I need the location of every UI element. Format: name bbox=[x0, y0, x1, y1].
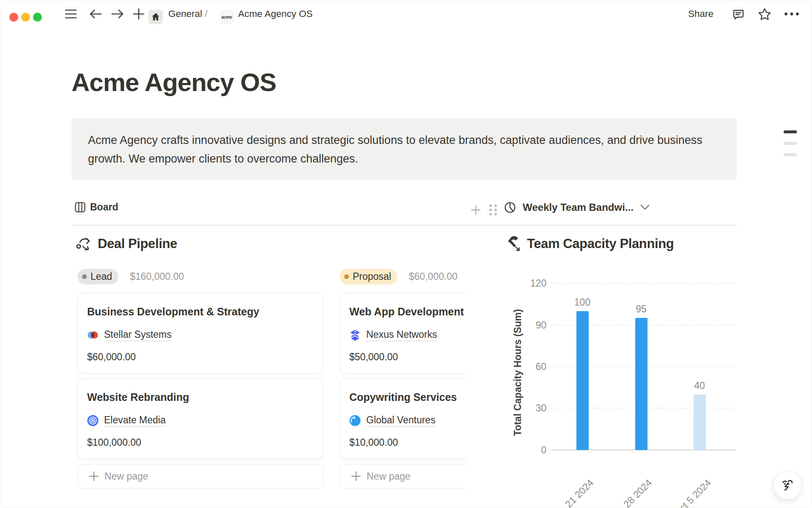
comments-icon[interactable] bbox=[730, 0, 747, 28]
card-title: Web App Development bbox=[349, 305, 466, 318]
bar-value-label: 95 bbox=[636, 304, 647, 315]
new-page-button[interactable]: New page bbox=[77, 464, 324, 489]
y-tick: 60 bbox=[512, 361, 546, 373]
notion-ai-button[interactable] bbox=[773, 471, 802, 500]
client-link[interactable]: Stellar Systems bbox=[104, 329, 172, 341]
toc-bar bbox=[784, 153, 797, 156]
status-label: Proposal bbox=[353, 271, 391, 282]
client-link[interactable]: Nexus Networks bbox=[366, 329, 437, 341]
plus-icon bbox=[351, 471, 361, 481]
back-icon[interactable] bbox=[88, 0, 103, 28]
new-page-button[interactable]: New page bbox=[340, 464, 466, 489]
board-card[interactable]: Web App Development Nexus Networks $50,0… bbox=[340, 293, 466, 373]
card-title: Business Development & Strategy bbox=[87, 305, 314, 318]
callout-block[interactable]: Acme Agency crafts innovative designs an… bbox=[71, 118, 737, 180]
deal-pipeline-title: Deal Pipeline bbox=[98, 236, 177, 251]
board-tab-label: Board bbox=[90, 202, 118, 213]
status-badge-proposal[interactable]: Proposal bbox=[340, 269, 398, 284]
gridline bbox=[551, 283, 736, 284]
new-page-icon[interactable] bbox=[131, 0, 146, 28]
card-amount: $60,000.00 bbox=[87, 351, 314, 363]
fullscreen-button[interactable] bbox=[33, 13, 42, 22]
deal-pipeline-board: Board Deal Pipeline Lead $ bbox=[71, 197, 466, 508]
client-link[interactable]: Global Ventures bbox=[366, 414, 436, 427]
card-title: Website Rebranding bbox=[87, 391, 314, 403]
y-tick: 90 bbox=[512, 319, 546, 331]
column-sum: $60,000.00 bbox=[409, 271, 458, 282]
status-badge-lead[interactable]: Lead bbox=[77, 269, 118, 284]
x-tick: 28 2024 bbox=[587, 477, 655, 508]
board-column-lead: Lead $160,000.00 Business Development & … bbox=[77, 268, 324, 489]
add-block-icon[interactable] bbox=[471, 205, 481, 215]
y-tick: 30 bbox=[512, 402, 546, 414]
toc-bar bbox=[784, 142, 797, 145]
status-dot bbox=[344, 274, 349, 279]
board-column-proposal: Proposal $60,000.00 Web App Development bbox=[340, 268, 466, 489]
tab-board-view[interactable]: Board bbox=[75, 202, 118, 213]
column-sum: $160,000.00 bbox=[130, 271, 184, 282]
x-tick: 21 2024 bbox=[528, 477, 596, 508]
bar-sep-21[interactable] bbox=[576, 311, 589, 450]
chart-view-title: Weekly Team Bandwi... bbox=[523, 202, 634, 213]
sidebar-toggle-icon[interactable] bbox=[63, 0, 78, 28]
minimize-button[interactable] bbox=[21, 13, 30, 22]
share-button[interactable]: Share bbox=[688, 0, 713, 28]
x-tick: Oct 5 2024 bbox=[646, 477, 714, 508]
titlebar: General / acme Acme Agency OS Share bbox=[0, 0, 812, 28]
toc-bar bbox=[784, 130, 797, 133]
pipeline-icon bbox=[76, 235, 92, 252]
breadcrumb-home-icon[interactable] bbox=[148, 10, 163, 24]
drag-handle-icon[interactable] bbox=[488, 203, 499, 217]
breadcrumb-root-link[interactable]: General bbox=[168, 8, 202, 19]
card-amount: $100,000.00 bbox=[87, 437, 314, 448]
bar-value-label: 40 bbox=[694, 380, 705, 392]
close-button[interactable] bbox=[9, 13, 18, 22]
board-card[interactable]: Website Rebranding Elevate Media $100,00… bbox=[77, 378, 324, 459]
new-page-label: New page bbox=[104, 471, 148, 482]
bar-group: 40 bbox=[683, 380, 716, 450]
status-dot bbox=[82, 274, 87, 279]
y-tick: 120 bbox=[512, 277, 546, 289]
card-amount: $10,000.00 bbox=[349, 437, 466, 448]
notion-window: General / acme Acme Agency OS Share Acme… bbox=[0, 0, 812, 508]
board-card[interactable]: Copywriting Services Global Ventures $10… bbox=[340, 378, 466, 459]
nexus-networks-logo bbox=[349, 329, 361, 341]
chart-view-selector[interactable]: Weekly Team Bandwi... bbox=[504, 202, 650, 213]
breadcrumb: General / bbox=[168, 0, 208, 28]
hammer-icon bbox=[506, 235, 521, 252]
elevate-media-logo bbox=[87, 415, 99, 426]
status-label: Lead bbox=[91, 271, 112, 282]
global-ventures-logo bbox=[349, 415, 361, 426]
breadcrumb-page-link[interactable]: Acme Agency OS bbox=[238, 0, 313, 28]
board-card[interactable]: Business Development & Strategy Stellar … bbox=[77, 293, 324, 373]
team-capacity-heading: Team Capacity Planning bbox=[506, 235, 674, 252]
callout-text: Acme Agency crafts innovative designs an… bbox=[88, 134, 702, 165]
card-title: Copywriting Services bbox=[349, 391, 466, 403]
table-of-contents-indicator[interactable] bbox=[784, 130, 797, 156]
favorite-star-icon[interactable] bbox=[756, 0, 773, 28]
team-capacity-title: Team Capacity Planning bbox=[527, 236, 674, 251]
client-link[interactable]: Elevate Media bbox=[104, 414, 166, 427]
deal-pipeline-heading: Deal Pipeline bbox=[76, 235, 177, 252]
bar-group: 100 bbox=[565, 297, 599, 450]
plus-icon bbox=[89, 471, 99, 481]
bar-group: 95 bbox=[624, 304, 658, 450]
y-tick: 0 bbox=[512, 444, 546, 456]
bar-sep-28[interactable] bbox=[635, 318, 647, 450]
page-icon-acme[interactable]: acme bbox=[220, 10, 233, 24]
bar-oct-5[interactable] bbox=[694, 395, 706, 450]
block-handles bbox=[471, 203, 499, 217]
more-options-icon[interactable] bbox=[782, 0, 801, 28]
board-view-icon bbox=[75, 202, 85, 213]
bar-value-label: 100 bbox=[574, 297, 590, 308]
page-title: Acme Agency OS bbox=[71, 68, 276, 97]
ai-face-icon bbox=[779, 477, 796, 493]
stellar-systems-logo bbox=[87, 329, 99, 341]
chart-view-icon bbox=[504, 202, 516, 213]
new-page-label: New page bbox=[367, 471, 411, 482]
chevron-down-icon bbox=[640, 204, 650, 210]
forward-icon[interactable] bbox=[110, 0, 125, 28]
card-amount: $50,000.00 bbox=[349, 351, 466, 363]
breadcrumb-separator: / bbox=[205, 8, 207, 19]
